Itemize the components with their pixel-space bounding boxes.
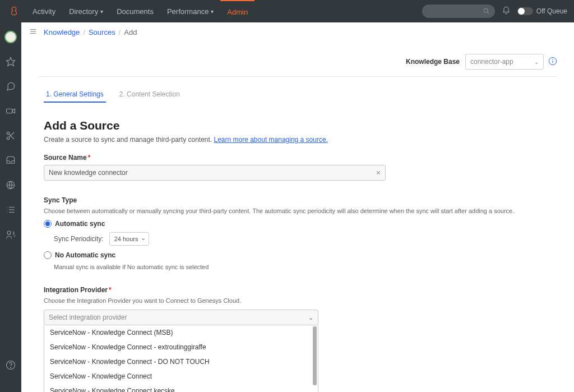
source-name-section: Source Name* New knowledge connector ×: [44, 154, 548, 181]
svg-rect-3: [7, 109, 13, 113]
globe-icon[interactable]: [4, 178, 17, 192]
tabs: 1. General Settings 2. Content Selection: [44, 87, 548, 103]
search-input[interactable]: [422, 4, 495, 18]
chevron-down-icon: ▾: [211, 8, 214, 15]
provider-desc: Choose the Integration Provider you want…: [44, 297, 548, 304]
no-auto-sync-radio[interactable]: [44, 251, 52, 259]
auto-sync-radio-row: Automatic sync: [44, 220, 548, 228]
breadcrumb-current: Add: [124, 28, 137, 36]
source-name-value: New knowledge connector: [49, 169, 128, 177]
info-icon[interactable]: [548, 57, 557, 67]
sync-type-section: Sync Type Choose between automatically o…: [44, 196, 548, 270]
avatar[interactable]: [4, 30, 17, 44]
page-title: Add a Source: [44, 119, 548, 132]
breadcrumb-knowledge[interactable]: Knowledge: [44, 28, 80, 36]
sync-periodicity-row: Sync Periodicity: 24 hours: [54, 232, 548, 246]
chat-icon[interactable]: [4, 80, 17, 93]
sync-type-label: Sync Type: [44, 196, 548, 204]
provider-option[interactable]: ServiceNow - Knowledge Connect kecske: [44, 384, 318, 392]
provider-option[interactable]: ServiceNow - Knowledge Connect: [44, 369, 318, 384]
notifications-icon[interactable]: [502, 6, 511, 17]
sync-period-select[interactable]: 24 hours: [109, 232, 149, 246]
breadcrumb-sources[interactable]: Sources: [89, 28, 115, 36]
auto-sync-radio[interactable]: [44, 220, 52, 228]
queue-label: Off Queue: [536, 7, 567, 15]
chevron-down-icon: ⌄: [534, 59, 539, 65]
page-desc-text: Create a source to sync and manage third…: [44, 136, 214, 144]
top-nav: Activity Directory▾ Documents Performanc…: [0, 0, 574, 22]
svg-point-18: [11, 367, 11, 368]
help-icon[interactable]: [4, 358, 17, 372]
kb-select-value: connector-app: [470, 58, 513, 66]
integration-provider-section: Integration Provider* Choose the Integra…: [44, 286, 548, 392]
provider-option[interactable]: ServiceNow - Knowledge Connect - extrout…: [44, 340, 318, 354]
nav-documents-label: Documents: [117, 7, 154, 16]
nav-admin-label: Admin: [227, 8, 248, 16]
list-icon[interactable]: [4, 203, 17, 216]
no-auto-sync-label: No Automatic sync: [55, 251, 115, 259]
svg-point-0: [484, 8, 488, 12]
svg-point-16: [7, 231, 11, 234]
kb-selector-row: Knowledge Base connector-app ⌄: [21, 43, 574, 70]
nav-activity[interactable]: Activity: [26, 0, 62, 22]
nav-admin[interactable]: Admin: [220, 0, 254, 22]
provider-dropdown: ServiceNow - Knowledge Connect (MSB) Ser…: [44, 325, 318, 392]
breadcrumb: Knowledge / Sources / Add: [21, 22, 574, 43]
provider-placeholder: Select integration provider: [49, 313, 127, 321]
breadcrumb-sep: /: [119, 28, 121, 36]
star-icon[interactable]: [4, 55, 17, 68]
chevron-down-icon: ▾: [100, 8, 103, 15]
provider-option[interactable]: ServiceNow - Knowledge Connect (MSB): [44, 325, 318, 340]
source-name-label: Source Name*: [44, 154, 548, 162]
nav-performance[interactable]: Performance▾: [160, 0, 220, 22]
page-desc: Create a source to sync and manage third…: [44, 136, 548, 144]
scissors-icon[interactable]: [4, 129, 17, 142]
scrollbar-thumb[interactable]: [313, 326, 317, 385]
sync-period-label: Sync Periodicity:: [54, 235, 104, 243]
kb-select[interactable]: connector-app ⌄: [465, 54, 544, 70]
svg-point-5: [7, 132, 10, 135]
no-auto-sync-radio-row: No Automatic sync: [44, 251, 548, 259]
nav-directory[interactable]: Directory▾: [62, 0, 110, 22]
people-icon[interactable]: [4, 228, 17, 241]
breadcrumb-sep: /: [83, 28, 85, 36]
svg-marker-2: [7, 58, 15, 66]
provider-label: Integration Provider*: [44, 286, 548, 294]
svg-point-6: [7, 137, 10, 140]
source-name-input[interactable]: New knowledge connector ×: [44, 165, 386, 181]
nav-activity-label: Activity: [33, 7, 55, 16]
auto-sync-label: Automatic sync: [55, 220, 105, 228]
learn-more-link[interactable]: Learn more about managing a source.: [214, 136, 328, 144]
svg-line-1: [488, 12, 489, 14]
provider-select[interactable]: Select integration provider ⌄: [44, 310, 318, 325]
queue-toggle[interactable]: [517, 7, 533, 15]
tab-content-selection[interactable]: 2. Content Selection: [117, 87, 182, 103]
kb-label: Knowledge Base: [406, 58, 460, 66]
nav-documents[interactable]: Documents: [110, 0, 160, 22]
inbox-icon[interactable]: [4, 154, 17, 167]
tab-general-settings[interactable]: 1. General Settings: [44, 87, 106, 103]
main-content: Knowledge / Sources / Add Knowledge Base…: [21, 22, 574, 392]
nav-directory-label: Directory: [69, 7, 98, 16]
svg-point-24: [553, 59, 553, 59]
search-icon: [483, 7, 490, 15]
provider-option[interactable]: ServiceNow - Knowledge Connect - DO NOT …: [44, 354, 318, 369]
nav-performance-label: Performance: [167, 7, 209, 16]
chevron-down-icon: ⌄: [308, 314, 313, 321]
sync-period-value: 24 hours: [114, 236, 138, 242]
sync-type-desc: Choose between automatically or manually…: [44, 207, 548, 214]
logo-icon: [7, 4, 21, 19]
left-sidebar: [0, 22, 21, 392]
clear-icon[interactable]: ×: [376, 168, 381, 177]
svg-marker-4: [12, 109, 15, 113]
video-icon[interactable]: [4, 104, 17, 118]
manual-sync-note: Manual sync is available if No automatic…: [54, 264, 548, 270]
hamburger-icon[interactable]: [29, 27, 37, 37]
